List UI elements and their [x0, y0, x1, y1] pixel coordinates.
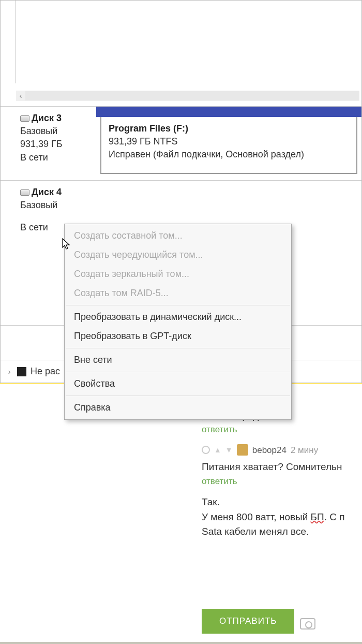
scroll-left-icon[interactable]: ‹: [16, 91, 25, 101]
menu-item[interactable]: Вне сети: [65, 350, 291, 370]
avatar[interactable]: [237, 444, 248, 456]
pane-divider[interactable]: [15, 1, 16, 83]
scrollbar-track[interactable]: [25, 91, 359, 100]
volume-list-pane: ‹: [1, 1, 361, 107]
menu-separator: [66, 348, 290, 348]
menu-item[interactable]: Справка: [65, 398, 291, 417]
comment-text: Так.: [202, 495, 357, 510]
clock-icon: [202, 446, 210, 454]
chevron-right-icon[interactable]: ›: [4, 364, 15, 379]
disk-icon: [20, 189, 29, 196]
username[interactable]: bebop24: [252, 444, 286, 457]
partition-box[interactable]: Program Files (F:) 931,39 ГБ NTFS Исправ…: [100, 117, 357, 174]
partition-info: 931,39 ГБ NTFS: [109, 135, 349, 148]
menu-separator: [66, 305, 290, 305]
comment-text: Sata кабели менял все.: [202, 524, 357, 539]
legend-swatch-unallocated: [17, 367, 26, 376]
disk-row: Диск 3 Базовый 931,39 ГБ В сети Program …: [1, 107, 361, 181]
disk-status: В сети: [20, 151, 91, 164]
context-menu: Создать составной том...Создать чередующ…: [64, 224, 292, 420]
disk-type: Базовый: [20, 125, 91, 138]
menu-item[interactable]: Свойства: [65, 374, 291, 393]
disk-name: Диск 4: [32, 187, 62, 197]
partition-name: Program Files (F:): [109, 122, 349, 135]
horizontal-scrollbar[interactable]: ‹: [16, 91, 359, 101]
upvote-icon[interactable]: ▲: [214, 445, 221, 456]
timestamp: 2 мину: [291, 444, 318, 457]
disk-name: Диск 3: [32, 113, 62, 123]
comment-text: У меня 800 ватт, новый БП. С п: [202, 510, 357, 525]
menu-item[interactable]: Преобразовать в GPT-диск: [65, 327, 291, 346]
menu-item: Создать составной том...: [65, 226, 291, 245]
menu-item: Создать чередующийся том...: [65, 245, 291, 265]
menu-item: Создать том RAID-5...: [65, 284, 291, 303]
partition-header-strip: [96, 107, 361, 117]
menu-item: Создать зеркальный том...: [65, 265, 291, 284]
partition-health: Исправен (Файл подкачки, Основной раздел…: [109, 148, 349, 161]
disk-info-cell[interactable]: Диск 3 Базовый 931,39 ГБ В сети: [1, 107, 96, 180]
menu-separator: [66, 372, 290, 372]
menu-separator: [66, 396, 290, 396]
disk-type: Базовый: [20, 199, 91, 212]
legend-label: Не рас: [31, 366, 60, 377]
partition-area: Program Files (F:) 931,39 ГБ NTFS Исправ…: [96, 107, 361, 180]
reply-link[interactable]: ответить: [202, 475, 357, 488]
disk-icon: [20, 115, 29, 122]
disk-size: 931,39 ГБ: [20, 138, 91, 151]
comment-text: Питания хватает? Сомнительн: [202, 460, 357, 475]
comment: Так. У меня 800 ватт, новый БП. С п Sata…: [202, 495, 357, 539]
menu-item[interactable]: Преобразовать в динамический диск...: [65, 308, 291, 327]
send-button[interactable]: ОТПРАВИТЬ: [202, 609, 294, 634]
camera-icon[interactable]: [300, 618, 315, 630]
reply-link[interactable]: ответить: [202, 423, 357, 436]
comment: ▲ ▼ bebop24 2 мину Питания хватает? Сомн…: [202, 444, 357, 488]
downvote-icon[interactable]: ▼: [225, 445, 233, 456]
